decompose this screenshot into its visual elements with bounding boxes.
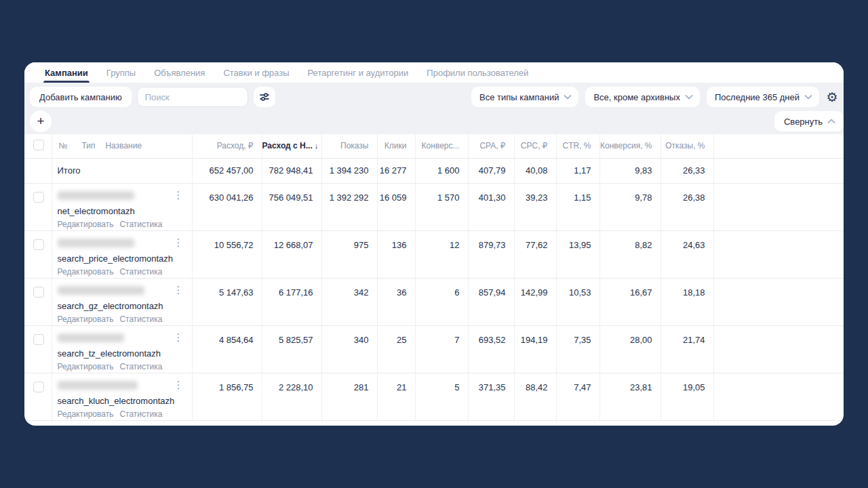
statistics-link[interactable]: Статистика: [119, 409, 162, 419]
column-header: Тип: [81, 141, 95, 150]
add-campaign-button[interactable]: Добавить кампанию: [30, 87, 132, 107]
edit-link[interactable]: Редактировать: [58, 267, 114, 277]
column-header: №: [59, 141, 68, 150]
select-all-checkbox[interactable]: [33, 140, 44, 150]
row-checkbox[interactable]: [33, 192, 44, 203]
statistics-link[interactable]: Статистика: [119, 220, 162, 229]
column-header-name-group[interactable]: №ТипНазвание: [52, 134, 192, 158]
totals-value: 40,08: [514, 158, 556, 183]
row-checkbox[interactable]: [33, 334, 44, 345]
edit-link[interactable]: Редактировать: [58, 362, 114, 371]
metric-value: 7: [415, 325, 468, 373]
metric-value: 1 570: [415, 183, 468, 230]
kebab-menu-icon[interactable]: ⋮: [172, 238, 185, 248]
column-header-metric[interactable]: Показы: [321, 134, 377, 158]
table-row: ⋮search_gz_electromontazhРедактироватьСт…: [24, 278, 844, 325]
row-filler: [713, 373, 844, 420]
table-header-row: №ТипНазваниеРасход, ₽Расход с Н...↓Показ…: [24, 134, 844, 158]
kebab-menu-icon[interactable]: ⋮: [172, 285, 185, 296]
row-checkbox[interactable]: [33, 382, 44, 392]
campaign-name-link[interactable]: net_electromontazh: [58, 206, 185, 216]
row-filler: [713, 158, 844, 183]
metric-value: 6 177,16: [262, 278, 321, 325]
tab-bids-and-phrases[interactable]: Ставки и фразы: [223, 62, 289, 83]
column-header-metric[interactable]: Конверсия, %: [599, 134, 660, 158]
tab-campaigns[interactable]: Кампании: [45, 62, 88, 83]
metric-value: 7,47: [556, 373, 599, 420]
filters-button[interactable]: [254, 87, 275, 107]
chevron-up-icon: [827, 119, 835, 124]
metric-value: 9,78: [599, 183, 660, 230]
campaign-name-link[interactable]: search_tz_electromontazh: [58, 348, 185, 359]
column-header-metric[interactable]: CPC, ₽: [514, 134, 556, 158]
metric-value: 857,94: [468, 278, 514, 325]
search-input[interactable]: [137, 87, 248, 107]
column-header-metric[interactable]: CTR, %: [556, 134, 599, 158]
row-filler: [713, 183, 844, 230]
metric-value: 16 059: [377, 183, 415, 230]
redacted-campaign-title: [58, 286, 144, 295]
row-checkbox[interactable]: [33, 239, 44, 250]
column-header-metric[interactable]: Расход с Н...↓: [262, 134, 321, 158]
metric-value: 340: [321, 325, 377, 373]
metric-value: 281: [321, 373, 377, 420]
toolbar-row-main: Добавить кампанию Все типы кампанийВсе, …: [30, 87, 840, 107]
column-header-metric[interactable]: Расход, ₽: [192, 134, 262, 158]
kebab-menu-icon[interactable]: ⋮: [172, 190, 185, 201]
row-checkbox[interactable]: [33, 287, 44, 298]
collapse-label: Свернуть: [784, 117, 823, 127]
kebab-menu-icon[interactable]: ⋮: [172, 380, 185, 390]
column-header-metric[interactable]: Клики: [377, 134, 415, 158]
date-range-filter-dropdown[interactable]: Последние 365 дней: [707, 87, 819, 107]
metric-value: 1,15: [556, 183, 599, 230]
sort-desc-icon: ↓: [315, 142, 319, 150]
metric-value: 10,53: [556, 278, 599, 325]
filter-dropdowns: Все типы кампанийВсе, кроме архивныхПосл…: [471, 87, 819, 107]
column-header: Название: [105, 141, 142, 150]
gear-icon[interactable]: ⚙: [825, 91, 840, 104]
totals-value: 1 394 230: [321, 158, 377, 183]
totals-checkbox-cell: [24, 158, 52, 183]
row-filler: [713, 278, 844, 325]
chevron-down-icon: [804, 94, 812, 100]
metric-value: 18,18: [660, 278, 713, 325]
metric-value: 7,35: [556, 325, 599, 373]
campaign-name-link[interactable]: search_kluch_electromontazh: [58, 396, 185, 406]
column-filler: [713, 134, 844, 158]
metric-value: 5 825,57: [262, 325, 321, 373]
metric-value: 19,05: [660, 373, 713, 420]
chevron-down-icon: [685, 94, 693, 100]
edit-link[interactable]: Редактировать: [58, 220, 114, 229]
metric-value: 194,19: [514, 325, 556, 373]
tab-groups[interactable]: Группы: [106, 62, 136, 83]
tab-ads[interactable]: Объявления: [154, 62, 205, 83]
archive-filter-dropdown[interactable]: Все, кроме архивных: [585, 87, 700, 107]
collapse-button[interactable]: Свернуть: [774, 111, 844, 131]
metric-value: 23,81: [599, 373, 660, 420]
column-header-metric[interactable]: CPA, ₽: [468, 134, 514, 158]
totals-value: 652 457,00: [192, 158, 262, 183]
add-row-button[interactable]: +: [30, 110, 52, 132]
statistics-link[interactable]: Статистика: [119, 267, 162, 277]
redacted-campaign-title: [58, 381, 138, 390]
campaign-name-link[interactable]: search_price_electromontazh: [58, 253, 185, 264]
dropdown-value: Все типы кампаний: [479, 92, 559, 102]
toolbar-row-secondary: + Свернуть: [30, 110, 840, 133]
metric-value: 975: [321, 230, 377, 278]
column-header-metric[interactable]: Отказы, %: [660, 134, 713, 158]
campaign-type-filter-dropdown[interactable]: Все типы кампаний: [471, 87, 578, 107]
table-row: ⋮search_kluch_electromontazhРедактироват…: [24, 373, 844, 420]
edit-link[interactable]: Редактировать: [58, 409, 114, 419]
statistics-link[interactable]: Статистика: [119, 314, 162, 324]
metric-value: 36: [377, 278, 415, 325]
column-header-metric[interactable]: Конверс...: [415, 134, 468, 158]
table-row: ⋮net_electromontazhРедактироватьСтатисти…: [24, 183, 844, 230]
tab-user-profiles[interactable]: Профили пользователей: [427, 62, 528, 83]
totals-value: 782 948,41: [262, 158, 321, 183]
kebab-menu-icon[interactable]: ⋮: [172, 333, 185, 343]
edit-link[interactable]: Редактировать: [58, 314, 114, 324]
statistics-link[interactable]: Статистика: [119, 362, 162, 371]
metric-value: 371,35: [468, 373, 514, 420]
tab-retargeting-and-audiences[interactable]: Ретаргетинг и аудитории: [307, 62, 408, 83]
campaign-name-link[interactable]: search_gz_electromontazh: [58, 301, 185, 311]
